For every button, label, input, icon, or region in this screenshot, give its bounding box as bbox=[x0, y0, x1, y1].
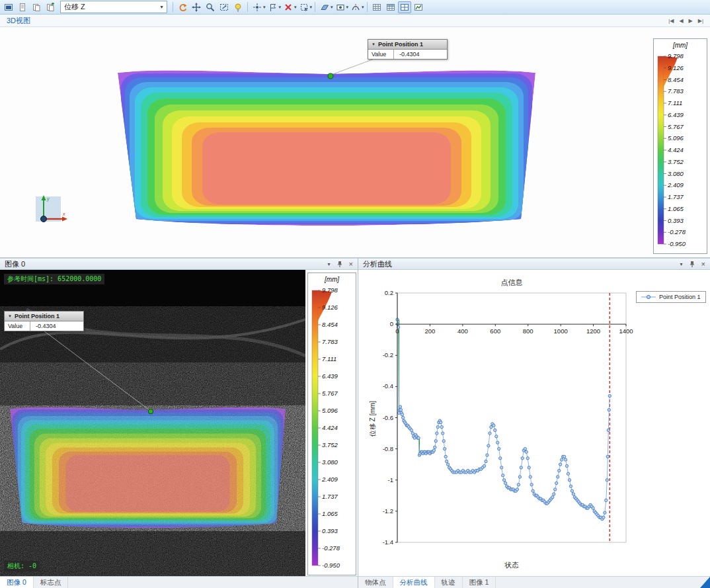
tooltip-connector-line bbox=[331, 59, 374, 75]
contour-plot-3d[interactable] bbox=[0, 27, 710, 257]
svg-text:600: 600 bbox=[490, 327, 500, 335]
chevron-down-icon[interactable]: ▾ bbox=[310, 5, 313, 10]
display-mode-select[interactable]: 位移 Z ▾ bbox=[60, 1, 167, 13]
app-window-icon[interactable] bbox=[2, 1, 15, 13]
tooltip-caret-icon: ▼ bbox=[8, 314, 12, 318]
reset-view-icon[interactable] bbox=[176, 1, 189, 13]
zoom-icon[interactable] bbox=[204, 1, 217, 13]
chart-legend[interactable]: Point Position 1 bbox=[636, 291, 706, 303]
delete-icon[interactable] bbox=[282, 1, 295, 13]
analysis-curve-chart-area[interactable]: 点信息 02004006008001000120014000.20-0.2-0.… bbox=[358, 270, 710, 577]
nav-last-button[interactable]: ▶| bbox=[698, 18, 703, 24]
tab-markers[interactable]: 标志点 bbox=[34, 577, 69, 588]
chevron-down-icon[interactable]: ▾ bbox=[362, 5, 364, 10]
statistics-icon[interactable] bbox=[412, 1, 425, 13]
svg-text:7.783: 7.783 bbox=[322, 338, 338, 345]
table-view-icon[interactable] bbox=[370, 1, 383, 13]
svg-text:5.767: 5.767 bbox=[668, 123, 684, 130]
toolbar-separator bbox=[173, 2, 173, 12]
tab-analysis-curves[interactable]: 分析曲线 bbox=[393, 577, 435, 588]
nav-next-button[interactable]: ▶ bbox=[689, 18, 693, 24]
svg-text:-1.2: -1.2 bbox=[383, 507, 393, 515]
table-view-2-icon[interactable] bbox=[384, 1, 397, 13]
point-tooltip[interactable]: ▼ Point Position 1 Value -0.4304 bbox=[368, 39, 448, 60]
svg-text:5.096: 5.096 bbox=[322, 407, 338, 414]
copy-icon[interactable] bbox=[30, 1, 43, 13]
chart-ylabel: 位移 Z [mm] bbox=[368, 386, 377, 452]
close-icon[interactable]: × bbox=[701, 261, 705, 267]
chevron-down-icon[interactable]: ▾ bbox=[346, 5, 349, 10]
camera-label-overlay: 相机: -0 bbox=[4, 561, 40, 571]
svg-text:-0.4: -0.4 bbox=[383, 382, 393, 390]
surface-component-icon[interactable] bbox=[318, 1, 331, 13]
svg-text:1.737: 1.737 bbox=[668, 193, 684, 200]
pin-icon[interactable] bbox=[689, 261, 695, 268]
report-grid-icon[interactable] bbox=[398, 1, 411, 13]
tab-3d-view[interactable]: 3D视图 bbox=[0, 16, 37, 26]
chart-title: 点信息 bbox=[397, 278, 626, 288]
pan-view-icon[interactable] bbox=[190, 1, 203, 13]
analysis-curve-panel: 分析曲线 ▾ × 点信息 02004006008001000120014000.… bbox=[358, 258, 710, 588]
chevron-down-icon[interactable]: ▾ bbox=[279, 5, 282, 10]
tab-image-0[interactable]: 图像 0 bbox=[0, 577, 34, 588]
svg-text:2.409: 2.409 bbox=[321, 476, 338, 483]
measure-point-marker[interactable] bbox=[149, 409, 153, 414]
create-point-icon[interactable] bbox=[251, 1, 264, 13]
tab-object-points[interactable]: 物体点 bbox=[358, 577, 393, 588]
zoom-fit-icon[interactable] bbox=[217, 1, 231, 13]
svg-text:-0.8: -0.8 bbox=[383, 445, 393, 452]
nav-first-button[interactable]: |◀ bbox=[668, 18, 674, 24]
panel-menu-icon[interactable]: ▾ bbox=[680, 261, 683, 267]
svg-text:200: 200 bbox=[424, 327, 435, 335]
svg-text:-1.4: -1.4 bbox=[383, 538, 393, 546]
coordinate-triad[interactable]: y x bbox=[30, 192, 69, 231]
select-region-icon[interactable] bbox=[297, 1, 311, 13]
chevron-down-icon: ▾ bbox=[157, 4, 167, 10]
light-icon[interactable] bbox=[231, 1, 245, 13]
new-report-icon[interactable] bbox=[16, 1, 29, 13]
tab-image-1[interactable]: 图像 1 bbox=[463, 577, 496, 588]
curve-panel-tabs: 物体点 分析曲线 轨迹 图像 1 bbox=[358, 576, 710, 588]
origin-dot bbox=[41, 216, 47, 222]
svg-text:0.2: 0.2 bbox=[385, 289, 393, 296]
svg-text:800: 800 bbox=[523, 327, 533, 335]
chevron-down-icon[interactable]: ▾ bbox=[294, 5, 297, 10]
svg-text:-0.278: -0.278 bbox=[322, 544, 340, 552]
camera-image-icon[interactable] bbox=[334, 1, 347, 13]
svg-text:7.783: 7.783 bbox=[668, 87, 684, 95]
chart-xlabel: 状态 bbox=[397, 561, 626, 570]
section-icon[interactable] bbox=[349, 1, 362, 13]
svg-text:3.080: 3.080 bbox=[322, 458, 338, 466]
chevron-down-icon[interactable]: ▾ bbox=[263, 5, 266, 10]
label-flag-icon[interactable] bbox=[266, 1, 280, 13]
view3d-panel[interactable]: ▼ Point Position 1 Value -0.4304 y x [mm… bbox=[0, 27, 710, 258]
svg-text:-1: -1 bbox=[388, 476, 393, 483]
panel-menu-icon[interactable]: ▾ bbox=[328, 261, 331, 267]
svg-text:-0.950: -0.950 bbox=[322, 562, 340, 569]
duplicate-icon[interactable] bbox=[44, 1, 57, 13]
display-mode-value: 位移 Z bbox=[61, 2, 157, 12]
measure-point-marker[interactable] bbox=[328, 73, 333, 79]
point-tooltip[interactable]: ▼ Point Position 1 Value -0.4304 bbox=[4, 311, 84, 331]
resize-grip[interactable] bbox=[700, 577, 710, 588]
analysis-curve-chart[interactable]: 02004006008001000120014000.20-0.2-0.4-0.… bbox=[358, 270, 710, 577]
svg-text:-0.278: -0.278 bbox=[668, 228, 686, 235]
nav-prev-button[interactable]: ◀ bbox=[679, 18, 683, 24]
svg-text:7.111: 7.111 bbox=[322, 355, 336, 362]
svg-text:1400: 1400 bbox=[619, 327, 633, 335]
svg-text:-0.6: -0.6 bbox=[383, 414, 393, 421]
legend-entry-label: Point Position 1 bbox=[659, 294, 701, 300]
tab-trajectory[interactable]: 轨迹 bbox=[435, 577, 463, 588]
legend-marker-icon bbox=[641, 294, 656, 300]
tooltip-key: Value bbox=[5, 321, 30, 331]
close-icon[interactable]: × bbox=[349, 261, 353, 267]
svg-text:0.393: 0.393 bbox=[668, 217, 684, 224]
svg-text:9.126: 9.126 bbox=[322, 304, 338, 311]
pin-icon[interactable] bbox=[336, 261, 343, 268]
camera-image-view[interactable]: 参考时间[ms]: 652000.0000 相机: -0 ▼ Point Pos… bbox=[0, 270, 358, 577]
svg-text:0: 0 bbox=[390, 320, 393, 327]
chevron-down-icon[interactable]: ▾ bbox=[331, 5, 333, 10]
svg-text:3.752: 3.752 bbox=[668, 158, 684, 165]
image-panel: 图像 0 ▾ × 参考时间[ms]: 652000 bbox=[0, 258, 358, 588]
document-tab-row: 3D视图 |◀ ◀ ▶ ▶| bbox=[0, 15, 710, 27]
